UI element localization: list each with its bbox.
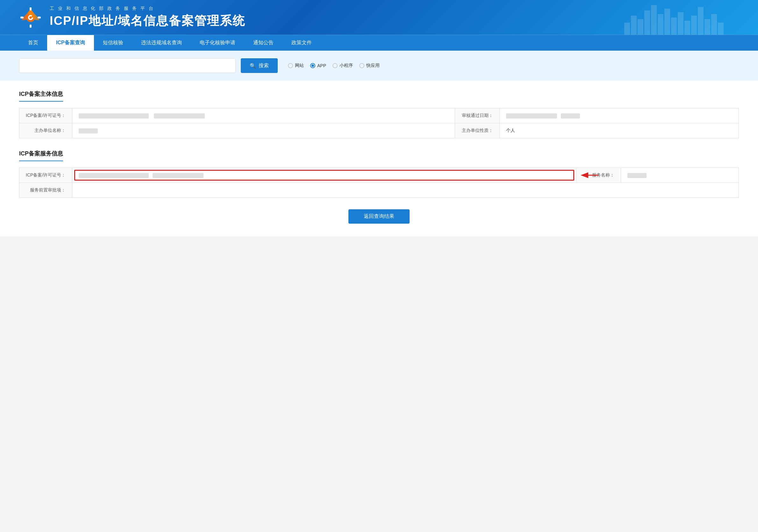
- icp-license-blurred2: [154, 113, 205, 119]
- city-decoration: [624, 0, 745, 35]
- nav-item-home[interactable]: 首页: [19, 35, 47, 51]
- search-type-radio-group: 网站 APP 小程序 快应用: [288, 63, 380, 68]
- icp-subject-title: ICP备案主体信息: [19, 90, 63, 102]
- organizer-name-label: 主办单位名称：: [19, 123, 72, 138]
- organizer-type-value: 个人: [500, 123, 739, 138]
- icp-license-value: [72, 108, 455, 123]
- svg-rect-3: [20, 17, 23, 18]
- search-input-wrap: [19, 58, 236, 73]
- icp-license-label: ICP备案/许可证号：: [19, 108, 72, 123]
- search-icon: 🔍: [250, 63, 256, 69]
- red-arrow-icon: [580, 170, 599, 180]
- table-row: 服务前置审批项：: [19, 183, 739, 198]
- radio-miniprogram[interactable]: 小程序: [332, 63, 353, 68]
- organizer-name-blurred: [79, 128, 98, 133]
- table-row: 主办单位名称： 主办单位性质： 个人: [19, 123, 739, 138]
- page-header: 工 业 和 信 息 化 部 政 务 服 务 平 台 ICP/IP地址/域名信息备…: [0, 0, 758, 35]
- search-input[interactable]: [19, 58, 236, 73]
- approval-date-value: [500, 108, 739, 123]
- service-license-blurred2: [153, 173, 203, 178]
- header-text-block: 工 业 和 信 息 化 部 政 务 服 务 平 台 ICP/IP地址/域名信息备…: [50, 6, 245, 29]
- icp-license-blurred: [79, 113, 149, 119]
- approval-date-label: 审核通过日期：: [455, 108, 500, 123]
- header-title: ICP/IP地址/域名信息备案管理系统: [50, 13, 245, 29]
- table-row: ICP备案/许可证号：: [19, 168, 739, 183]
- icp-service-title: ICP备案服务信息: [19, 150, 63, 161]
- icp-subject-section: ICP备案主体信息 ICP备案/许可证号： 审核通过日期： 主办单位名称：: [19, 90, 739, 138]
- nav-item-icp-query[interactable]: ICP备案查询: [47, 35, 94, 51]
- icp-service-table: ICP备案/许可证号：: [19, 167, 739, 198]
- radio-app-circle: [310, 63, 315, 68]
- return-button-wrap: 返回查询结果: [19, 209, 739, 224]
- nav-item-electronic-verify[interactable]: 电子化核验申请: [191, 35, 244, 51]
- service-name-blurred: [627, 173, 646, 178]
- radio-quickapp-label: 快应用: [366, 63, 380, 68]
- svg-rect-4: [38, 17, 41, 18]
- svg-rect-2: [30, 24, 32, 28]
- svg-rect-1: [30, 7, 32, 11]
- radio-miniprogram-label: 小程序: [339, 63, 353, 68]
- organizer-name-value: [72, 123, 455, 138]
- service-name-value: [621, 168, 739, 183]
- radio-miniprogram-circle: [332, 63, 338, 68]
- radio-app-label: APP: [317, 63, 326, 68]
- nav-item-policy[interactable]: 政策文件: [283, 35, 321, 51]
- return-button[interactable]: 返回查询结果: [348, 209, 410, 224]
- radio-website-label: 网站: [295, 63, 304, 68]
- pre-approval-label: 服务前置审批项：: [19, 183, 72, 198]
- icp-subject-table: ICP备案/许可证号： 审核通过日期： 主办单位名称：: [19, 108, 739, 138]
- service-license-label: ICP备案/许可证号：: [19, 168, 72, 183]
- header-subtitle: 工 业 和 信 息 化 部 政 务 服 务 平 台: [50, 6, 245, 12]
- red-highlight-box: [74, 170, 574, 181]
- main-content: ICP备案主体信息 ICP备案/许可证号： 审核通过日期： 主办单位名称：: [0, 81, 758, 236]
- radio-website-circle: [288, 63, 293, 68]
- radio-quickapp[interactable]: 快应用: [359, 63, 380, 68]
- service-license-value: [72, 168, 576, 183]
- service-license-blurred: [79, 173, 149, 178]
- table-row: ICP备案/许可证号： 审核通过日期：: [19, 108, 739, 123]
- search-button[interactable]: 🔍 搜索: [241, 58, 278, 73]
- main-nav: 首页 ICP备案查询 短信核验 违法违规域名查询 电子化核验申请 通知公告 政策…: [0, 35, 758, 51]
- approval-date-blurred2: [561, 113, 580, 119]
- approval-date-blurred: [506, 113, 557, 119]
- nav-item-notice[interactable]: 通知公告: [244, 35, 283, 51]
- nav-item-illegal-domain[interactable]: 违法违规域名查询: [132, 35, 191, 51]
- search-section: 🔍 搜索 网站 APP 小程序 快应用: [0, 51, 758, 81]
- radio-website[interactable]: 网站: [288, 63, 304, 68]
- search-button-label: 搜索: [258, 62, 269, 69]
- radio-quickapp-circle: [359, 63, 364, 68]
- ministry-logo-icon: [19, 6, 42, 29]
- organizer-type-label: 主办单位性质：: [455, 123, 500, 138]
- radio-app[interactable]: APP: [310, 63, 326, 68]
- pre-approval-value: [72, 183, 739, 198]
- nav-item-sms-verify[interactable]: 短信核验: [94, 35, 132, 51]
- icp-service-section: ICP备案服务信息 ICP备案/许可证号：: [19, 150, 739, 198]
